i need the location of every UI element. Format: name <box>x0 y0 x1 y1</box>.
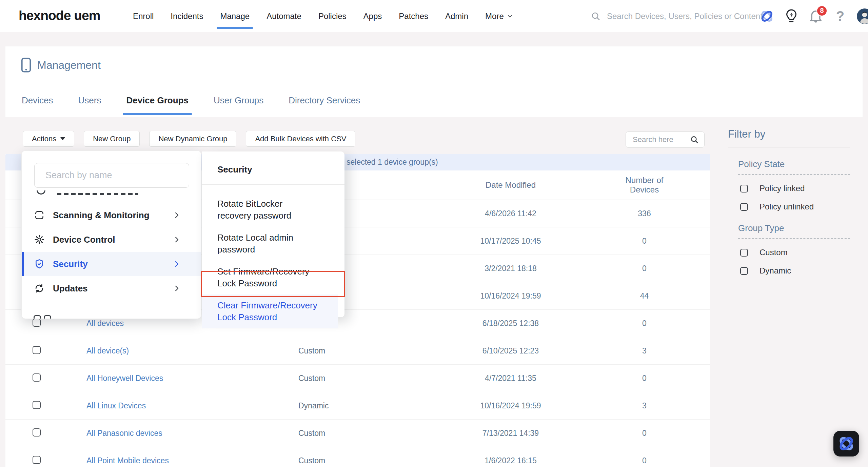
date-modified: 4/6/2026 11:42 <box>409 209 612 218</box>
hexnode-logo[interactable]: hexnode uem <box>19 8 100 23</box>
filter-option-label: Policy unlinked <box>760 202 814 211</box>
nav-item-automate[interactable]: Automate <box>267 12 301 21</box>
date-modified: 10/16/2024 19:59 <box>409 291 612 301</box>
submenu-item-rotate-bitlocker[interactable]: Rotate BitLocker recovery password <box>202 193 324 227</box>
tab-device-groups[interactable]: Device Groups <box>125 86 190 115</box>
policy-linked-checkbox[interactable] <box>740 185 748 192</box>
submenu-item-clear-firmware-lock[interactable]: Clear Firmware/Recovery Lock Password <box>202 295 338 328</box>
submenu-title: Security <box>202 151 344 185</box>
new-dynamic-group-button[interactable]: New Dynamic Group <box>149 131 236 147</box>
clipped-text <box>57 193 138 195</box>
nav-item-more[interactable]: More <box>485 12 513 21</box>
tab-user-groups[interactable]: User Groups <box>212 86 265 115</box>
dynamic-checkbox[interactable] <box>740 267 748 275</box>
table-row: All Honeywell Devices Custom 4/7/2021 11… <box>5 365 710 392</box>
filter-section-group-type: Group Type <box>738 223 850 234</box>
user-avatar[interactable] <box>856 8 868 24</box>
caret-down-icon <box>60 137 65 140</box>
whats-new-icon[interactable] <box>783 8 800 24</box>
nav-item-manage[interactable]: Manage <box>220 12 250 21</box>
more-label: More <box>485 12 504 21</box>
selection-banner-text: selected 1 device group(s) <box>347 154 438 170</box>
menu-item-label: Security <box>53 259 88 269</box>
notifications-icon[interactable]: 8 <box>808 8 824 24</box>
menu-item-device-control[interactable]: Device Control <box>22 227 201 252</box>
refresh-icon <box>34 283 45 294</box>
date-modified: 4/7/2021 11:35 <box>409 374 612 383</box>
tab-directory-services[interactable]: Directory Services <box>287 86 361 115</box>
actions-dropdown-menu: Search by name Scanning & Monitoring Dev… <box>21 150 201 319</box>
row-checkbox[interactable] <box>33 319 41 327</box>
group-type: Custom <box>273 346 409 356</box>
row-checkbox[interactable] <box>33 428 41 436</box>
group-name-link[interactable]: All Honeywell Devices <box>86 374 163 383</box>
lightbulb-icon <box>785 9 798 24</box>
page-title: Management <box>37 59 101 72</box>
table-row: All Point Mobile devices Custom 1/6/2022… <box>5 447 710 467</box>
policy-unlinked-checkbox[interactable] <box>740 203 748 211</box>
nav-item-apps[interactable]: Apps <box>363 12 382 21</box>
row-checkbox[interactable] <box>33 346 41 354</box>
nav-item-admin[interactable]: Admin <box>445 12 468 21</box>
submenu-item-set-firmware-lock[interactable]: Set Firmware/Recovery Lock Password <box>202 261 334 295</box>
page-title-row: Management <box>5 46 863 84</box>
clipped-menu-item <box>34 315 61 319</box>
filter-option-label: Custom <box>760 248 788 257</box>
group-name-link[interactable]: All devices <box>86 319 124 328</box>
nav-item-enroll[interactable]: Enroll <box>133 12 154 21</box>
clipped-menu-item <box>22 190 201 197</box>
menu-search-input[interactable]: Search by name <box>34 163 189 188</box>
global-search[interactable]: Search Devices, Users, Policies or Conte… <box>591 0 763 32</box>
hexnode-uem-app: hexnode uem Enroll Incidents Manage Auto… <box>0 0 868 467</box>
table-row: All device(s) Custom 6/10/2025 12:23 3 <box>5 337 710 365</box>
add-bulk-devices-button[interactable]: Add Bulk Devices with CSV <box>246 131 355 147</box>
row-checkbox[interactable] <box>33 401 41 409</box>
help-icon[interactable]: ? <box>832 8 848 24</box>
column-header-date-modified: Date Modified <box>409 180 612 190</box>
group-type: Custom <box>273 374 409 383</box>
chevron-right-icon <box>173 236 181 245</box>
hexnode-chat-button[interactable] <box>833 431 859 456</box>
row-checkbox[interactable] <box>33 456 41 464</box>
submenu-item-rotate-local-admin[interactable]: Rotate Local admin password <box>202 227 344 261</box>
dashed-divider <box>738 238 850 239</box>
clipped-icon <box>34 315 41 319</box>
tab-devices[interactable]: Devices <box>20 86 54 115</box>
clipped-icon <box>44 315 51 319</box>
nav-item-patches[interactable]: Patches <box>399 12 428 21</box>
device-count: 0 <box>612 264 710 273</box>
table-search-placeholder: Search here <box>633 135 673 144</box>
menu-item-updates[interactable]: Updates <box>22 276 201 301</box>
custom-checkbox[interactable] <box>740 249 748 257</box>
new-group-button[interactable]: New Group <box>84 131 140 147</box>
group-name-link[interactable]: All Panasonic devices <box>86 429 162 438</box>
menu-item-security[interactable]: Security <box>22 252 201 276</box>
chevron-right-icon <box>173 211 181 221</box>
menu-item-label: Updates <box>53 283 88 294</box>
actions-menu-items: Scanning & Monitoring Device Control Sec <box>22 203 201 301</box>
search-icon <box>690 135 699 144</box>
top-navbar: hexnode uem Enroll Incidents Manage Auto… <box>0 0 868 32</box>
chevron-right-icon <box>173 284 181 294</box>
filter-panel: Filter by Policy State Policy linked Pol… <box>728 128 850 276</box>
date-modified: 10/17/2025 10:45 <box>409 237 612 246</box>
filter-option: Dynamic <box>740 266 850 276</box>
navbar-icons: 8 ? <box>759 0 868 32</box>
group-name-link[interactable]: All Point Mobile devices <box>86 456 169 465</box>
menu-item-scanning-monitoring[interactable]: Scanning & Monitoring <box>22 203 201 227</box>
dashed-divider <box>738 174 850 175</box>
nav-item-policies[interactable]: Policies <box>318 12 347 21</box>
group-name-link[interactable]: All device(s) <box>86 346 129 355</box>
table-search-input[interactable]: Search here <box>626 131 705 148</box>
row-checkbox[interactable] <box>33 373 41 382</box>
device-count: 0 <box>612 319 710 328</box>
filter-option: Policy linked <box>740 184 850 193</box>
nav-item-incidents[interactable]: Incidents <box>171 12 203 21</box>
group-name-link[interactable]: All Linux Devices <box>86 401 146 410</box>
actions-button[interactable]: Actions <box>23 131 74 147</box>
shield-check-icon <box>34 259 45 269</box>
hexnode-app-icon[interactable] <box>759 8 775 24</box>
filter-option-label: Dynamic <box>760 266 791 276</box>
date-modified: 1/6/2022 16:15 <box>409 456 612 465</box>
tab-users[interactable]: Users <box>77 86 102 115</box>
